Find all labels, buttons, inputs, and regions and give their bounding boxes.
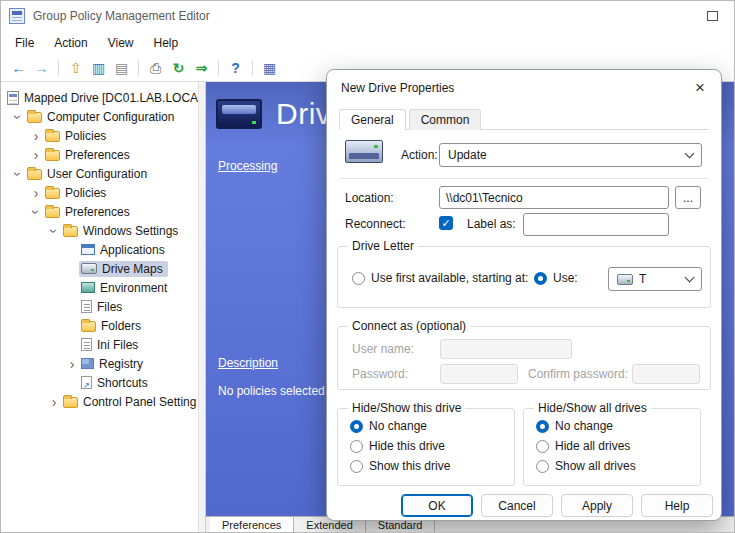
help-icon[interactable]: ? [225,58,246,79]
up-one-level-icon[interactable]: ⇧ [65,58,86,79]
chevron-right-icon[interactable]: › [65,357,79,371]
tree-item-policies[interactable]: › Policies [1,183,198,202]
folder-icon [45,131,60,142]
export-list-icon[interactable]: ⇒ [191,58,212,79]
this-no-change-option[interactable]: No change [350,419,427,433]
user-name-label: User name: [352,342,414,356]
forward-icon[interactable]: → [31,58,52,79]
tree-item-files[interactable]: Files [1,297,198,316]
show-console-tree-icon[interactable]: ▥ [88,58,109,79]
radio-unchecked-icon[interactable] [536,460,549,473]
reconnect-checkbox[interactable] [439,216,453,230]
reconnect-label: Reconnect: [345,217,406,231]
radio-unchecked-icon[interactable] [352,272,365,285]
tree-item-shortcuts[interactable]: Shortcuts [1,373,198,392]
radio-unchecked-icon[interactable] [536,440,549,453]
tree-item-preferences[interactable]: › Preferences [1,202,198,221]
tree-item-applications[interactable]: Applications [1,240,198,259]
menu-action[interactable]: Action [44,33,97,53]
password-input[interactable] [440,364,518,384]
toolbar-separator [218,60,219,76]
tree-item-registry[interactable]: › Registry [1,354,198,373]
use-first-available-option[interactable]: Use first available, starting at: [352,271,528,285]
chevron-right-icon[interactable]: › [47,395,61,409]
radio-checked-icon[interactable] [350,420,363,433]
tree-scrollbar[interactable] [198,82,206,532]
tree-item-windows-settings[interactable]: › Windows Settings [1,221,198,240]
window-title: Group Policy Management Editor [33,9,210,23]
chevron-right-icon[interactable]: › [29,129,43,143]
folder-icon [45,207,60,218]
label-as-input[interactable] [523,213,669,236]
drive-letter-select[interactable]: T [608,267,702,291]
chevron-down-icon[interactable]: › [29,205,43,219]
processing-link[interactable]: Processing [218,159,277,173]
folder-icon [63,226,78,237]
dialog-tab-strip: General Common [339,106,709,130]
show-all-drives-option[interactable]: Show all drives [536,459,636,473]
chevron-down-icon[interactable]: › [11,110,25,124]
paste-icon[interactable]: ▤ [111,58,132,79]
ok-button[interactable]: OK [401,494,473,517]
dialog-title: New Drive Properties [341,81,454,95]
hide-this-drive-option[interactable]: Hide this drive [350,439,445,453]
chevron-right-icon[interactable]: › [29,186,43,200]
tree-item-folders[interactable]: Folders [1,316,198,335]
refresh-icon[interactable]: ↻ [168,58,189,79]
location-input[interactable] [439,186,669,209]
drive-dialog-icon [345,140,383,163]
drive-maps-header-icon [216,99,262,129]
chevron-down-icon[interactable]: › [47,224,61,238]
tree-item-user-configuration[interactable]: › User Configuration [1,164,198,183]
show-this-drive-option[interactable]: Show this drive [350,459,450,473]
close-icon[interactable]: × [687,76,713,100]
preference-grid-icon[interactable]: ▦ [259,58,280,79]
radio-unchecked-icon[interactable] [350,440,363,453]
menu-help[interactable]: Help [144,33,189,53]
menu-view[interactable]: View [98,33,144,53]
user-name-input[interactable] [440,339,572,359]
separator [339,178,709,179]
tree-item-environment[interactable]: Environment [1,278,198,297]
radio-unchecked-icon[interactable] [350,460,363,473]
hide-show-all-drives-group: Hide/Show all drives No change Hide all … [523,408,701,486]
tab-preferences[interactable]: Preferences [210,517,294,532]
hide-show-this-drive-group: Hide/Show this drive No change Hide this… [337,408,515,486]
drive-icon [81,263,97,274]
chevron-down-icon [685,148,695,158]
tree-item-drive-maps[interactable]: Drive Maps [1,259,198,278]
back-icon[interactable]: ← [8,58,29,79]
radio-checked-icon[interactable] [536,420,549,433]
chevron-right-icon[interactable]: › [29,148,43,162]
environment-icon [81,282,95,293]
confirm-password-label: Confirm password: [528,367,628,381]
action-select[interactable]: Update [439,143,702,167]
use-option[interactable]: Use: [534,271,578,285]
drive-letter-group: Drive Letter Use first available, starti… [337,246,711,308]
apply-button[interactable]: Apply [561,494,633,517]
tree-item-control-panel-settings[interactable]: › Control Panel Setting [1,392,198,411]
browse-button[interactable]: ... [675,186,701,209]
description-link[interactable]: Description [218,356,278,370]
tree-item-policies[interactable]: › Policies [1,126,198,145]
folder-icon [45,150,60,161]
cancel-button[interactable]: Cancel [481,494,553,517]
tab-common[interactable]: Common [409,109,482,130]
applications-icon [81,244,95,255]
toolbar-separator [252,60,253,76]
menu-file[interactable]: File [5,33,44,53]
print-icon[interactable]: ⎙ [145,58,166,79]
confirm-password-input[interactable] [632,364,700,384]
radio-checked-icon[interactable] [534,272,547,285]
tab-general[interactable]: General [339,109,406,130]
maximize-button[interactable] [707,11,718,21]
hide-all-drives-option[interactable]: Hide all drives [536,439,630,453]
tree-item-computer-configuration[interactable]: › Computer Configuration [1,107,198,126]
tree-item-preferences[interactable]: › Preferences [1,145,198,164]
folder-icon [27,169,42,180]
all-no-change-option[interactable]: No change [536,419,613,433]
tree-item-root[interactable]: Mapped Drive [DC01.LAB.LOCA [1,88,198,107]
tree-item-ini-files[interactable]: Ini Files [1,335,198,354]
chevron-down-icon[interactable]: › [11,167,25,181]
help-button[interactable]: Help [641,494,713,517]
